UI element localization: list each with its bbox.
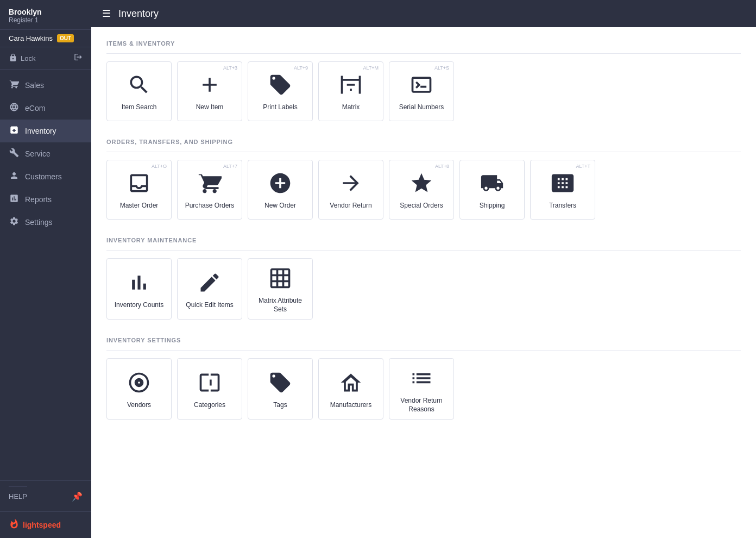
- section-title-orders: ORDERS, TRANSFERS, AND SHIPPING: [106, 139, 741, 145]
- tile-shortcut: ALT+M: [363, 65, 379, 71]
- section-title-maintenance: INVENTORY MAINTENANCE: [106, 237, 741, 243]
- lock-label: Lock: [21, 54, 35, 62]
- tile-label: Quick Edit Items: [186, 301, 233, 310]
- sidebar-item-label: Inventory: [25, 127, 56, 135]
- sidebar-item-reports[interactable]: Reports: [0, 188, 91, 211]
- arrow-right-icon: [338, 170, 364, 196]
- sidebar-header: Brooklyn Register 1: [0, 0, 91, 30]
- sidebar-actions: Lock: [0, 47, 91, 70]
- tile-label: New Order: [264, 202, 296, 210]
- sidebar-item-customers[interactable]: Customers: [0, 165, 91, 188]
- sidebar-user: Cara Hawkins OUT: [0, 30, 91, 47]
- help-button[interactable]: HELP: [9, 486, 27, 506]
- grid-icon: [267, 265, 293, 291]
- plus-circle-icon: [267, 170, 293, 196]
- tile-print-labels[interactable]: ALT+9 Print Labels: [248, 61, 313, 121]
- cart-icon: [9, 79, 20, 91]
- star-icon: [408, 170, 434, 196]
- sidebar-item-settings[interactable]: Settings: [0, 211, 91, 234]
- store-name: Brooklyn: [9, 8, 83, 16]
- tile-master-order[interactable]: ALT+O Master Order: [106, 160, 172, 220]
- tile-label: Inventory Counts: [115, 301, 164, 310]
- tag2-icon: [267, 370, 293, 396]
- chart-icon: [9, 193, 20, 205]
- tile-quick-edit-items[interactable]: Quick Edit Items: [177, 258, 242, 320]
- sidebar-item-label: Customers: [25, 172, 62, 181]
- tile-label: New Item: [196, 103, 224, 112]
- tiles-items-inventory: Item Search ALT+3 New Item ALT+9 Pri: [106, 61, 741, 121]
- tile-label: Vendors: [127, 401, 151, 410]
- tile-categories[interactable]: Categories: [177, 358, 242, 420]
- lock-icon: [9, 53, 17, 64]
- flame-icon: [9, 518, 20, 531]
- tile-vendor-return[interactable]: Vendor Return: [318, 160, 383, 220]
- tile-tags[interactable]: Tags: [248, 358, 313, 420]
- building-icon: [338, 370, 364, 396]
- lightspeed-logo-container: lightspeed: [0, 511, 91, 538]
- section-settings: INVENTORY SETTINGS Vendors Categories: [106, 337, 741, 420]
- tile-label: Manufacturers: [330, 401, 372, 410]
- tile-special-orders[interactable]: ALT+8 Special Orders: [389, 160, 454, 220]
- tile-item-search[interactable]: Item Search: [106, 61, 172, 121]
- tile-label: Master Order: [120, 202, 159, 210]
- inbox-icon: [126, 170, 152, 196]
- help-section: HELP 📌: [0, 480, 91, 511]
- sidebar-item-label: eCom: [25, 104, 45, 112]
- tile-label: Item Search: [122, 103, 157, 112]
- tile-vendor-return-reasons[interactable]: Vendor Return Reasons: [389, 358, 454, 420]
- tile-label: Matrix Attribute Sets: [253, 297, 308, 314]
- terminal-icon: [408, 72, 434, 98]
- main-content: ☰ Inventory ITEMS & INVENTORY Item Searc…: [91, 0, 756, 538]
- wrench-icon: [9, 148, 20, 160]
- section-title-items: ITEMS & INVENTORY: [106, 40, 741, 47]
- tile-purchase-orders[interactable]: ALT+7 Purchase Orders: [177, 160, 242, 220]
- section-maintenance: INVENTORY MAINTENANCE Inventory Counts Q…: [106, 237, 741, 320]
- lock-button[interactable]: Lock: [9, 53, 70, 64]
- tile-inventory-counts[interactable]: Inventory Counts: [106, 258, 172, 320]
- tile-shipping[interactable]: Shipping: [459, 160, 525, 220]
- tile-label: Transfers: [549, 202, 576, 210]
- status-badge: OUT: [57, 34, 74, 42]
- sidebar-item-service[interactable]: Service: [0, 142, 91, 165]
- tile-matrix[interactable]: ALT+M Matrix: [318, 61, 383, 121]
- sidebar-item-ecom[interactable]: eCom: [0, 97, 91, 120]
- tile-matrix-attribute-sets[interactable]: Matrix Attribute Sets: [248, 258, 313, 320]
- person-icon: [9, 171, 20, 183]
- tile-serial-numbers[interactable]: ALT+S Serial Numbers: [389, 61, 454, 121]
- sidebar-item-sales[interactable]: Sales: [0, 74, 91, 97]
- target-icon: [126, 370, 152, 396]
- tile-shortcut: ALT+3: [223, 65, 237, 71]
- tile-label: Serial Numbers: [399, 103, 444, 112]
- sidebar-item-label: Settings: [25, 218, 53, 227]
- menu-icon[interactable]: ☰: [102, 8, 111, 20]
- truck-icon: [479, 170, 505, 196]
- pin-icon: 📌: [72, 491, 83, 502]
- pencil-icon: [197, 270, 223, 296]
- register-name: Register 1: [9, 16, 83, 24]
- tile-manufacturers[interactable]: Manufacturers: [318, 358, 383, 420]
- tiles-settings: Vendors Categories Tags: [106, 358, 741, 420]
- tile-shortcut: ALT+7: [223, 164, 237, 169]
- globe-icon: [9, 102, 20, 114]
- tile-label: Categories: [194, 401, 225, 410]
- gear-icon: [9, 216, 20, 228]
- tile-transfers[interactable]: ALT+T Transfers: [530, 160, 595, 220]
- tiles-orders: ALT+O Master Order ALT+7 Purchase Orders: [106, 160, 741, 220]
- road-icon: [550, 170, 576, 196]
- columns-icon: [197, 370, 223, 396]
- logout-button[interactable]: [74, 53, 83, 64]
- section-orders: ORDERS, TRANSFERS, AND SHIPPING ALT+O Ma…: [106, 139, 741, 220]
- tile-new-item[interactable]: ALT+3 New Item: [177, 61, 242, 121]
- page-title: Inventory: [118, 8, 159, 20]
- tile-label: Tags: [273, 401, 287, 410]
- tile-shortcut: ALT+O: [152, 164, 167, 169]
- sidebar-item-inventory[interactable]: Inventory: [0, 120, 91, 142]
- section-items-inventory: ITEMS & INVENTORY Item Search ALT+3 New …: [106, 40, 741, 121]
- tile-label: Print Labels: [263, 103, 297, 112]
- tile-label: Vendor Return Reasons: [394, 397, 449, 414]
- cart-filled-icon: [197, 170, 223, 196]
- tile-vendors[interactable]: Vendors: [106, 358, 172, 420]
- tile-new-order[interactable]: New Order: [248, 160, 313, 220]
- sidebar-nav: Sales eCom Inventory Service Customers: [0, 70, 91, 480]
- search-icon: [126, 72, 152, 98]
